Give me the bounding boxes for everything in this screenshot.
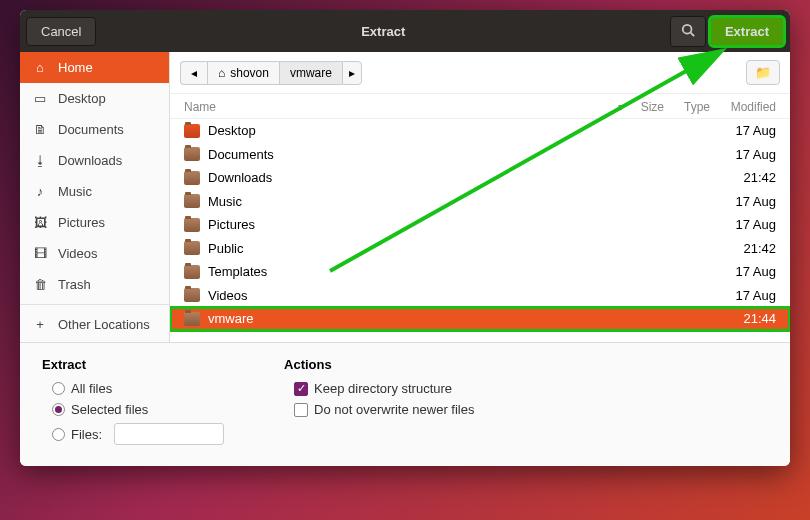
new-folder-button[interactable]: 📁 <box>746 60 780 85</box>
sidebar-item-music[interactable]: ♪ Music <box>20 176 169 207</box>
sidebar-item-trash[interactable]: 🗑 Trash <box>20 269 169 300</box>
svg-line-1 <box>691 32 695 36</box>
main-panel: ◂ ⌂ shovon vmware ▸ 📁 Name <box>170 52 790 342</box>
path-forward-button[interactable]: ▸ <box>342 61 362 85</box>
pathbar: ◂ ⌂ shovon vmware ▸ 📁 <box>170 52 790 94</box>
sidebar-item-documents[interactable]: 🗎 Documents <box>20 114 169 145</box>
file-row[interactable]: Music 17 Aug <box>170 190 790 214</box>
file-modified: 21:42 <box>716 239 776 259</box>
desktop-icon: ▭ <box>32 91 48 106</box>
sidebar-item-label: Home <box>58 60 93 75</box>
checkbox-no-overwrite[interactable]: Do not overwrite newer files <box>284 399 474 420</box>
checkbox-label: Keep directory structure <box>314 381 452 396</box>
radio-label: All files <box>71 381 112 396</box>
folder-icon <box>184 171 200 185</box>
options-panel: Extract All files Selected files Files: … <box>20 342 790 466</box>
music-icon: ♪ <box>32 184 48 199</box>
extract-button[interactable]: Extract <box>710 17 784 46</box>
checkbox-icon: ✓ <box>294 382 308 396</box>
file-modified: 21:44 <box>716 309 776 329</box>
extract-dialog: Cancel Extract Extract ⌂ Home ▭ Desktop … <box>20 10 790 466</box>
path-segment-current[interactable]: vmware <box>279 61 342 85</box>
chevron-left-icon: ◂ <box>191 66 197 80</box>
search-button[interactable] <box>670 16 706 47</box>
file-name: Public <box>208 239 716 259</box>
file-row[interactable]: Pictures 17 Aug <box>170 213 790 237</box>
file-row[interactable]: Videos 17 Aug <box>170 284 790 308</box>
sidebar: ⌂ Home ▭ Desktop 🗎 Documents ⭳ Downloads… <box>20 52 170 342</box>
sidebar-item-other-locations[interactable]: + Other Locations <box>20 309 169 340</box>
path-back-button[interactable]: ◂ <box>180 61 207 85</box>
file-name: Videos <box>208 286 716 306</box>
sidebar-item-desktop[interactable]: ▭ Desktop <box>20 83 169 114</box>
column-modified[interactable]: Modified <box>716 100 776 114</box>
folder-icon <box>184 312 200 326</box>
file-name: Documents <box>208 145 716 165</box>
files-pattern-input[interactable] <box>114 423 224 445</box>
sidebar-item-label: Music <box>58 184 92 199</box>
sidebar-item-label: Downloads <box>58 153 122 168</box>
file-name: Desktop <box>208 121 716 141</box>
sidebar-item-videos[interactable]: 🎞 Videos <box>20 238 169 269</box>
column-name[interactable]: Name ▾ <box>184 100 624 114</box>
videos-icon: 🎞 <box>32 246 48 261</box>
sidebar-item-pictures[interactable]: 🖼 Pictures <box>20 207 169 238</box>
file-row-selected[interactable]: vmware 21:44 <box>170 307 790 331</box>
folder-icon <box>184 288 200 302</box>
file-modified: 17 Aug <box>716 262 776 282</box>
sidebar-item-label: Desktop <box>58 91 106 106</box>
radio-icon <box>52 382 65 395</box>
folder-icon <box>184 241 200 255</box>
search-icon <box>681 25 695 40</box>
file-modified: 17 Aug <box>716 215 776 235</box>
file-row[interactable]: Documents 17 Aug <box>170 143 790 167</box>
folder-icon <box>184 265 200 279</box>
sidebar-item-label: Other Locations <box>58 317 150 332</box>
radio-icon <box>52 428 65 441</box>
radio-label: Files: <box>71 427 102 442</box>
actions-heading: Actions <box>284 357 474 372</box>
home-icon: ⌂ <box>218 66 225 80</box>
radio-all-files[interactable]: All files <box>42 378 224 399</box>
actions-options: Actions ✓ Keep directory structure Do no… <box>284 357 474 448</box>
plus-icon: + <box>32 317 48 332</box>
downloads-icon: ⭳ <box>32 153 48 168</box>
sidebar-item-downloads[interactable]: ⭳ Downloads <box>20 145 169 176</box>
path-segment-home[interactable]: ⌂ shovon <box>207 61 279 85</box>
titlebar: Cancel Extract Extract <box>20 10 790 52</box>
documents-icon: 🗎 <box>32 122 48 137</box>
sidebar-item-label: Videos <box>58 246 98 261</box>
file-name: Pictures <box>208 215 716 235</box>
radio-label: Selected files <box>71 402 148 417</box>
radio-files-pattern[interactable]: Files: <box>42 420 224 448</box>
file-row[interactable]: Templates 17 Aug <box>170 260 790 284</box>
checkbox-keep-structure[interactable]: ✓ Keep directory structure <box>284 378 474 399</box>
sidebar-item-label: Documents <box>58 122 124 137</box>
file-row[interactable]: Public 21:42 <box>170 237 790 261</box>
trash-icon: 🗑 <box>32 277 48 292</box>
folder-icon <box>184 194 200 208</box>
chevron-right-icon: ▸ <box>349 66 355 80</box>
sidebar-item-home[interactable]: ⌂ Home <box>20 52 169 83</box>
home-icon: ⌂ <box>32 60 48 75</box>
file-row[interactable]: Downloads 21:42 <box>170 166 790 190</box>
file-row[interactable]: Desktop 17 Aug <box>170 119 790 143</box>
folder-icon <box>184 218 200 232</box>
file-modified: 17 Aug <box>716 286 776 306</box>
file-modified: 17 Aug <box>716 192 776 212</box>
dialog-title: Extract <box>96 24 669 39</box>
file-name: Templates <box>208 262 716 282</box>
sidebar-separator <box>20 304 169 305</box>
column-type[interactable]: Type <box>670 100 710 114</box>
radio-selected-files[interactable]: Selected files <box>42 399 224 420</box>
extract-options: Extract All files Selected files Files: <box>42 357 224 448</box>
svg-point-0 <box>683 24 692 33</box>
new-folder-icon: 📁 <box>755 65 771 80</box>
sidebar-item-label: Pictures <box>58 215 105 230</box>
sidebar-item-label: Trash <box>58 277 91 292</box>
file-name: Music <box>208 192 716 212</box>
file-list: Desktop 17 Aug Documents 17 Aug Download… <box>170 119 790 342</box>
column-size[interactable]: Size <box>624 100 664 114</box>
folder-icon <box>184 124 200 138</box>
cancel-button[interactable]: Cancel <box>26 17 96 46</box>
